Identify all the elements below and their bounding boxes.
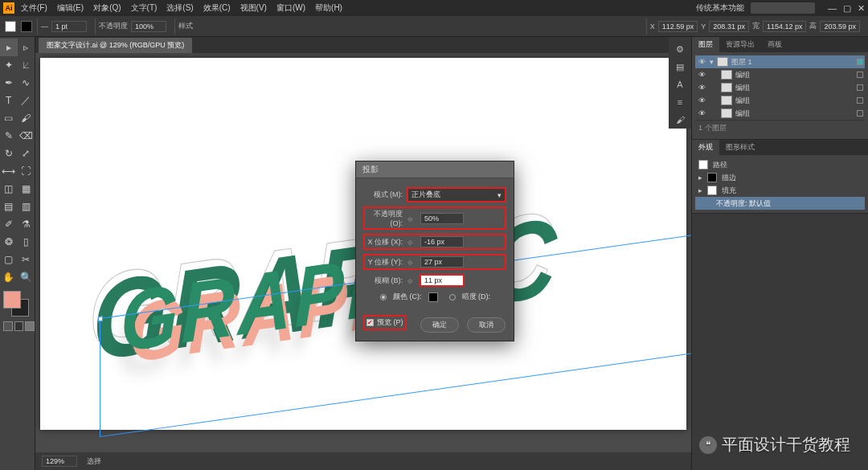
blur-input[interactable]: 11 px [420,275,464,286]
tab-graphic-styles[interactable]: 图形样式 [719,140,761,155]
free-transform-tool[interactable]: ⛶ [18,162,35,180]
selection-tool[interactable]: ▸ [0,39,18,56]
layer-item[interactable]: 👁编组 [695,94,865,107]
workspace-label[interactable]: 传统基本功能 [696,2,744,14]
ok-button[interactable]: 确定 [420,317,459,333]
menu-edit[interactable]: 编辑(E) [57,2,84,14]
hand-tool[interactable]: ✋ [0,268,18,286]
stepper-icon[interactable]: ⟐ [407,276,416,285]
brushes-icon[interactable]: 🖌 [669,111,691,129]
opacity-input[interactable]: 100% [131,21,166,32]
stepper-icon[interactable]: ⟐ [407,214,416,223]
layers-footer: 1 个图层 [695,120,865,136]
layer-name[interactable]: 图层 1 [731,57,854,67]
menu-object[interactable]: 对象(Q) [93,2,121,14]
fill-color-swatch[interactable] [3,291,21,309]
pen-tool[interactable]: ✒ [0,74,18,92]
fill-swatch[interactable] [5,21,16,32]
zoom-level[interactable]: 129% [42,456,77,467]
slice-tool[interactable]: ✂ [18,251,35,268]
blend-mode-select[interactable]: 正片叠底▾ [407,188,506,202]
type-tool[interactable]: T [0,92,18,109]
graph-tool[interactable]: ▯ [18,233,35,251]
paragraph-icon[interactable]: ≡ [669,93,691,111]
x-offset-input[interactable]: -16 px [420,236,464,247]
layer-top[interactable]: 👁 ▾ 图层 1 [695,55,865,68]
maximize-button[interactable]: ▢ [843,3,851,14]
color-swatches[interactable] [3,291,29,317]
cancel-button[interactable]: 取消 [467,317,506,333]
stroke-weight-input[interactable]: 1 pt [51,21,87,32]
wechat-icon: ❝ [699,436,717,454]
tab-asset-export[interactable]: 资源导出 [719,37,761,52]
stepper-icon[interactable]: ⟐ [407,257,416,267]
appearance-opacity[interactable]: 不透明度: 默认值 [695,197,865,210]
scale-tool[interactable]: ⤢ [18,145,35,162]
chevron-down-icon[interactable]: ▾ [710,58,714,66]
menu-effect[interactable]: 效果(C) [203,2,231,14]
rotate-tool[interactable]: ↻ [0,145,18,162]
properties-icon[interactable]: ⚙ [669,40,691,58]
zoom-tool[interactable]: 🔍 [18,268,35,286]
symbol-sprayer-tool[interactable]: ❂ [0,233,18,251]
visibility-icon[interactable]: 👁 [697,58,706,66]
direct-selection-tool[interactable]: ▹ [18,39,35,56]
darkness-radio[interactable] [449,294,456,300]
drop-shadow-dialog: 投影 模式 (M): 正片叠底▾ 不透明度 (O): ⟐ 50% X 位移 (X… [355,161,514,341]
artboard-tool[interactable]: ▢ [0,251,18,268]
draw-mode[interactable] [3,321,35,331]
y-input[interactable]: 208.31 px [709,21,749,32]
shaper-tool[interactable]: ✎ [0,127,18,145]
blend-tool[interactable]: ⚗ [18,215,35,233]
appearance-stroke[interactable]: ▸描边 [695,171,865,184]
x-input[interactable]: 112.59 px [658,21,698,32]
search-input[interactable] [751,2,815,14]
curvature-tool[interactable]: ∿ [18,74,35,92]
stroke-label: — [41,22,48,31]
tab-appearance[interactable]: 外观 [692,140,719,155]
magic-wand-tool[interactable]: ✦ [0,56,18,74]
opacity-input[interactable]: 50% [420,213,464,224]
shape-builder-tool[interactable]: ◫ [0,180,18,198]
y-offset-input[interactable]: 27 px [420,256,464,268]
preview-checkbox[interactable]: ✔ [366,319,374,326]
dialog-title[interactable]: 投影 [356,161,514,178]
type-icon[interactable]: A [669,76,691,93]
menu-type[interactable]: 文字(T) [131,2,158,14]
appearance-fill[interactable]: ▸填充 [695,184,865,197]
libraries-icon[interactable]: ▤ [669,58,691,76]
tab-layers[interactable]: 图层 [692,37,719,52]
eraser-tool[interactable]: ⌫ [18,127,35,145]
gradient-tool[interactable]: ▥ [18,198,35,215]
control-bar: —1 pt 不透明度100% 样式 X112.59 px Y208.31 px … [0,16,868,37]
paintbrush-tool[interactable]: 🖌 [18,109,35,127]
toolbox: ▸▹ ✦⟀ ✒∿ T／ ▭🖌 ✎⌫ ↻⤢ ⟷⛶ ◫▦ ▤▥ ✐⚗ ❂▯ ▢✂ ✋… [0,37,35,470]
mesh-tool[interactable]: ▤ [0,198,18,215]
layer-item[interactable]: 👁编组 [695,107,865,120]
selection-indicator[interactable] [857,59,863,65]
perspective-tool[interactable]: ▦ [18,180,35,198]
shadow-color-swatch[interactable] [428,292,438,302]
layer-item[interactable]: 👁编组 [695,68,865,81]
eyedropper-tool[interactable]: ✐ [0,215,18,233]
stroke-swatch[interactable] [21,21,32,32]
width-tool[interactable]: ⟷ [0,162,18,180]
rectangle-tool[interactable]: ▭ [0,109,18,127]
lasso-tool[interactable]: ⟀ [18,56,35,74]
x-label: X [650,22,655,31]
menu-file[interactable]: 文件(F) [21,2,47,14]
stepper-icon[interactable]: ⟐ [407,237,416,247]
tab-artboards[interactable]: 画板 [761,37,788,52]
menu-help[interactable]: 帮助(H) [315,2,342,14]
h-input[interactable]: 203.59 px [820,21,860,32]
minimize-button[interactable]: — [828,3,837,14]
color-radio[interactable] [380,294,387,300]
layer-item[interactable]: 👁编组 [695,81,865,94]
menu-select[interactable]: 选择(S) [166,2,193,14]
menu-view[interactable]: 视图(V) [240,2,267,14]
document-tab[interactable]: 图案文字设计.ai @ 129% (RGB/GPU 预览) [39,38,192,53]
w-input[interactable]: 1154.12 px [763,21,807,32]
menu-window[interactable]: 窗口(W) [276,2,305,14]
close-button[interactable]: ✕ [858,3,865,14]
line-tool[interactable]: ／ [18,92,35,109]
